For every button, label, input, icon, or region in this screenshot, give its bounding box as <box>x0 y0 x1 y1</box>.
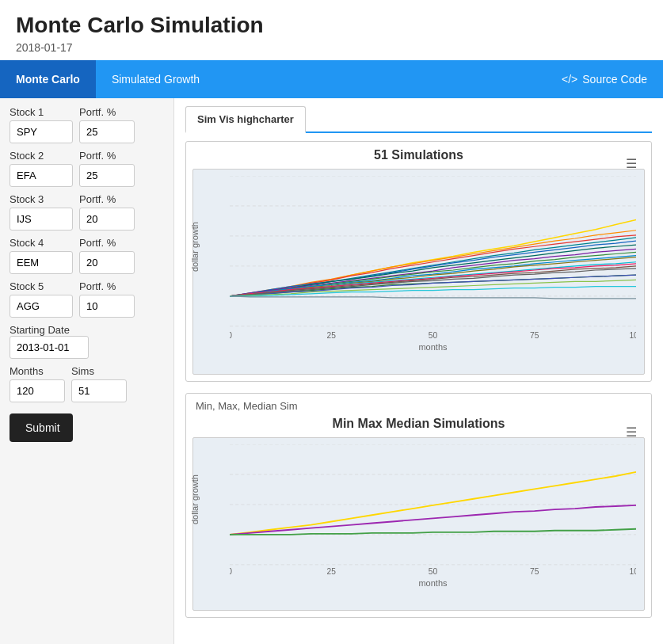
stock5-input[interactable] <box>10 295 73 318</box>
stock5-row: Stock 5 Portf. % <box>10 280 164 318</box>
portf5-group: Portf. % <box>79 280 135 318</box>
chart-tab-bar: Sim Vis highcharter <box>185 106 652 133</box>
chart1-x-label: months <box>230 342 636 352</box>
content-area: Sim Vis highcharter 51 Simulations ☰ dol… <box>174 98 663 644</box>
sims-group: Sims <box>71 365 127 402</box>
starting-date-group: Starting Date <box>10 324 164 359</box>
chart2-y-label: dollar growth <box>190 474 200 524</box>
months-label: Months <box>10 365 65 377</box>
stock5-label: Stock 5 <box>10 280 73 292</box>
sims-input[interactable] <box>71 379 127 402</box>
stock5-group: Stock 5 <box>10 280 73 318</box>
chart2-section-label: Min, Max, Median Sim <box>192 400 645 412</box>
stock4-group: Stock 4 <box>10 237 73 274</box>
svg-text:0: 0 <box>230 567 232 574</box>
svg-text:100: 100 <box>629 567 636 574</box>
chart-tab-sim-vis[interactable]: Sim Vis highcharter <box>185 106 306 133</box>
stock4-label: Stock 4 <box>10 237 73 249</box>
portf1-input[interactable] <box>79 120 135 143</box>
chart1-title: 51 Simulations <box>192 148 645 162</box>
tab-monte-carlo[interactable]: Monte Carlo <box>0 60 96 98</box>
starting-date-label: Starting Date <box>10 324 164 336</box>
chart2-card: Min, Max, Median Sim Min Max Median Simu… <box>185 393 652 618</box>
stock2-input[interactable] <box>10 164 73 187</box>
svg-text:50: 50 <box>429 567 438 574</box>
source-code-label: Source Code <box>582 73 647 86</box>
code-icon: </> <box>562 73 577 86</box>
portf3-label: Portf. % <box>79 193 135 205</box>
months-group: Months <box>10 365 65 402</box>
svg-text:100: 100 <box>629 331 636 338</box>
submit-button[interactable]: Submit <box>10 413 73 442</box>
svg-text:75: 75 <box>530 567 539 574</box>
svg-text:25: 25 <box>327 567 337 574</box>
stock1-group: Stock 1 <box>10 106 73 143</box>
stock1-row: Stock 1 Portf. % <box>10 106 164 143</box>
portf2-input[interactable] <box>79 164 135 187</box>
navbar: Monte Carlo Simulated Growth </> Source … <box>0 60 663 98</box>
svg-text:50: 50 <box>429 331 438 338</box>
months-sims-row: Months Sims <box>10 365 164 402</box>
portf4-label: Portf. % <box>79 237 135 249</box>
chart1-y-label: dollar growth <box>190 222 200 272</box>
stock1-input[interactable] <box>10 120 73 143</box>
portf2-label: Portf. % <box>79 150 135 162</box>
page-header: Monte Carlo Simulation 2018-01-17 <box>0 0 663 60</box>
page-title: Monte Carlo Simulation <box>16 13 647 38</box>
source-code-button[interactable]: </> Source Code <box>546 60 663 98</box>
stock2-row: Stock 2 Portf. % <box>10 150 164 187</box>
portf5-input[interactable] <box>79 295 135 318</box>
stock3-row: Stock 3 Portf. % <box>10 193 164 231</box>
chart1-svg: .gridline { stroke: #ccc; stroke-width: … <box>230 176 636 338</box>
stock3-group: Stock 3 <box>10 193 73 231</box>
stock4-input[interactable] <box>10 251 73 274</box>
tab-simulated-growth[interactable]: Simulated Growth <box>96 60 215 98</box>
portf1-group: Portf. % <box>79 106 135 143</box>
stock3-input[interactable] <box>10 208 73 231</box>
starting-date-input[interactable] <box>10 336 89 359</box>
sidebar: Stock 1 Portf. % Stock 2 Portf. % Stock … <box>0 98 174 644</box>
portf4-input[interactable] <box>79 251 135 274</box>
portf1-label: Portf. % <box>79 106 135 118</box>
portf2-group: Portf. % <box>79 150 135 187</box>
page-date: 2018-01-17 <box>16 41 647 54</box>
stock2-group: Stock 2 <box>10 150 73 187</box>
portf3-input[interactable] <box>79 208 135 231</box>
chart2-svg: .gridline2 { stroke: #ccc; stroke-width:… <box>230 444 636 574</box>
svg-text:0: 0 <box>230 331 232 338</box>
stock1-label: Stock 1 <box>10 106 73 118</box>
stock2-label: Stock 2 <box>10 150 73 162</box>
stock3-label: Stock 3 <box>10 193 73 205</box>
chart1-card: 51 Simulations ☰ dollar growth .gridline… <box>185 141 652 382</box>
months-input[interactable] <box>10 379 65 402</box>
chart2-x-label: months <box>230 578 636 588</box>
sims-label: Sims <box>71 365 127 377</box>
svg-text:75: 75 <box>530 331 539 338</box>
portf5-label: Portf. % <box>79 280 135 292</box>
main-layout: Stock 1 Portf. % Stock 2 Portf. % Stock … <box>0 98 663 644</box>
stock4-row: Stock 4 Portf. % <box>10 237 164 274</box>
portf4-group: Portf. % <box>79 237 135 274</box>
chart2-title: Min Max Median Simulations <box>192 417 645 431</box>
svg-text:25: 25 <box>327 331 337 338</box>
portf3-group: Portf. % <box>79 193 135 231</box>
